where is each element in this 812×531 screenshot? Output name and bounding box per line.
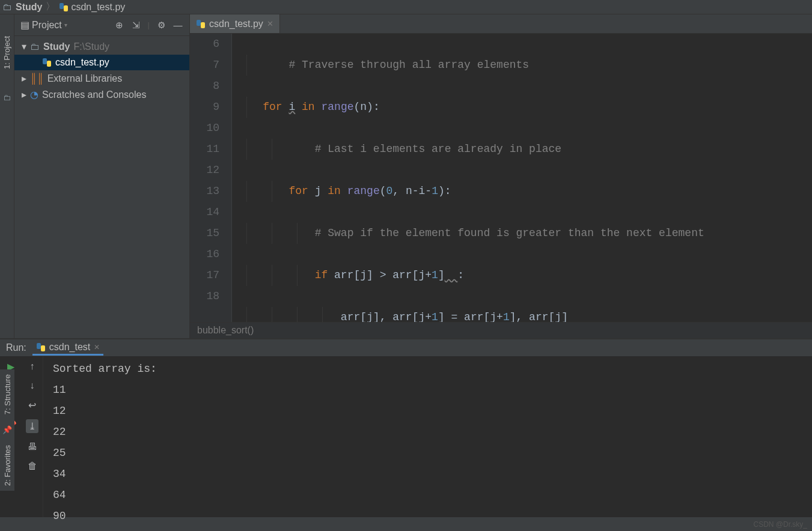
editor-tabs: csdn_test.py ✕ [190, 14, 812, 34]
run-output[interactable]: Sorted array is:11122225346490 [43, 356, 812, 517]
editor-breadcrumb[interactable]: bubble_sort() [190, 322, 812, 338]
editor-tab-csdn-test[interactable]: csdn_test.py ✕ [190, 14, 280, 33]
print-icon[interactable]: 🖶 [28, 441, 37, 452]
gear-icon[interactable]: ⚙ [156, 20, 166, 31]
svg-rect-6 [37, 343, 41, 349]
svg-rect-2 [43, 58, 47, 64]
locate-icon[interactable]: ⊕ [114, 20, 125, 31]
python-file-icon [59, 2, 69, 12]
collapse-arrow-icon[interactable]: ▸ [22, 73, 30, 84]
tree-root[interactable]: ▾ 🗀 Study F:\Study [14, 38, 189, 55]
run-header: Run: csdn_test ✕ [0, 339, 812, 356]
svg-rect-5 [201, 22, 205, 28]
library-icon: ║║ [30, 73, 44, 84]
run-tab[interactable]: csdn_test ✕ [32, 341, 103, 356]
folder-icon: 🗀 [2, 2, 12, 13]
svg-rect-0 [60, 3, 64, 9]
gutter: 6 7 8 9 10 11 12 13 14 15 16 17 18 [190, 34, 232, 322]
collapse-all-icon[interactable]: ⇲ [131, 20, 142, 31]
down-icon[interactable]: ↓ [30, 380, 35, 391]
project-header: ▤ Project ▾ ⊕ ⇲ | ⚙ — [14, 14, 189, 36]
left-lower-strip: 7: Structure 📌 2: Favorites [0, 369, 14, 491]
close-tab-icon[interactable]: ✕ [267, 19, 273, 28]
scroll-to-end-icon[interactable]: ⤓ [26, 419, 38, 433]
breadcrumb-root[interactable]: Study [16, 2, 42, 13]
up-icon[interactable]: ↑ [30, 361, 35, 372]
expand-arrow-icon[interactable]: ▾ [22, 41, 30, 52]
run-toolbar-2: ↑ ↓ ↩ ⤓ 🖶 🗑 [22, 356, 43, 517]
python-file-icon [42, 58, 52, 67]
svg-rect-3 [47, 61, 51, 67]
breadcrumb-file[interactable]: csdn_test.py [71, 2, 125, 13]
editor-area: csdn_test.py ✕ 6 7 8 9 10 11 12 13 14 15… [190, 14, 812, 338]
tree-scratches[interactable]: ▸ ◔ Scratches and Consoles [14, 86, 189, 103]
close-tab-icon[interactable]: ✕ [94, 343, 100, 351]
structure-tool-tab[interactable]: 7: Structure [2, 369, 13, 419]
svg-rect-1 [64, 5, 68, 11]
project-view-icon: ▤ [20, 19, 29, 31]
tree-file-csdn-test[interactable]: csdn_test.py [14, 55, 189, 70]
project-tree: ▾ 🗀 Study F:\Study csdn_test.py ▸ ║║ Ext… [14, 36, 189, 105]
project-tool-tab[interactable]: 1: Project [1, 32, 13, 73]
code-content[interactable]: # Traverse through all array elements fo… [232, 34, 812, 322]
folder-strip-icon[interactable]: 🗀 [3, 93, 11, 102]
watermark: CSDN @Dr.sky_ [753, 520, 807, 529]
code-editor[interactable]: 6 7 8 9 10 11 12 13 14 15 16 17 18 # Tra… [190, 34, 812, 322]
collapse-arrow-icon[interactable]: ▸ [22, 89, 30, 100]
favorites-tool-tab[interactable]: 2: Favorites [2, 440, 13, 491]
left-tool-strip: 1: Project 🗀 [0, 14, 14, 338]
soft-wrap-icon[interactable]: ↩ [28, 399, 36, 411]
breadcrumb-separator: 〉 [46, 1, 55, 13]
run-panel: Run: csdn_test ✕ ▶ ■ ≡ 📌 ↑ ↓ ↩ ⤓ 🖶 🗑 Sor… [0, 338, 812, 517]
project-title[interactable]: Project [32, 20, 62, 31]
python-file-icon [36, 342, 46, 352]
svg-rect-7 [41, 345, 45, 351]
tree-external-libraries[interactable]: ▸ ║║ External Libraries [14, 70, 189, 86]
project-panel: ▤ Project ▾ ⊕ ⇲ | ⚙ — ▾ 🗀 Study F:\Study… [14, 14, 190, 338]
scratches-icon: ◔ [30, 89, 38, 100]
dropdown-icon[interactable]: ▾ [64, 22, 67, 28]
hide-icon[interactable]: — [172, 20, 183, 30]
folder-icon: 🗀 [30, 41, 40, 52]
trash-icon[interactable]: 🗑 [28, 461, 37, 472]
breadcrumb: 🗀 Study 〉 csdn_test.py [0, 0, 812, 14]
svg-rect-4 [197, 20, 201, 26]
python-file-icon [196, 19, 206, 29]
run-label: Run: [6, 342, 26, 353]
pin-icon[interactable]: 📌 [2, 425, 12, 434]
